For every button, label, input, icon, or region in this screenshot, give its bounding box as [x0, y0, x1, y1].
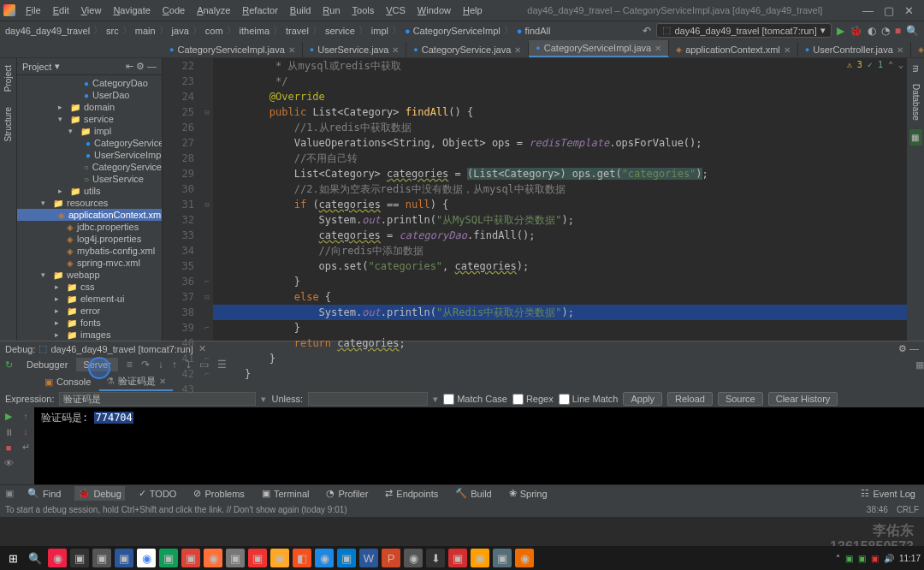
tree-item[interactable]: ▸📁images: [17, 329, 162, 341]
app-icon[interactable]: ▣: [115, 549, 133, 567]
menu-navigate[interactable]: Navigate: [108, 3, 155, 18]
editor-tab[interactable]: ●CategoryServiceImpl.java✕: [529, 40, 669, 57]
todo-tool[interactable]: ✓ TODO: [135, 486, 181, 501]
search-icon[interactable]: 🔍: [906, 25, 919, 37]
breadcrumb-item[interactable]: java: [172, 26, 189, 36]
tree-item[interactable]: ▾📁resources: [17, 197, 162, 209]
layout-icon[interactable]: ▦: [915, 359, 924, 371]
tree-item[interactable]: ◈applicationContext.xml: [17, 209, 162, 221]
editor-tab[interactable]: ●UserController.java✕: [798, 42, 911, 57]
debugger-tab[interactable]: Debugger: [20, 358, 74, 371]
fold-column[interactable]: ⊟⊟⌐⊟⌐⌐⌐: [201, 58, 213, 341]
collapse-icon[interactable]: ⇤ ⚙ —: [126, 61, 157, 72]
breadcrumb-item[interactable]: day46_day49_travel: [5, 26, 90, 36]
app-icon[interactable]: ▣: [493, 549, 512, 567]
breadcrumb-item[interactable]: travel: [286, 26, 309, 36]
project-tree[interactable]: ●CategoryDao●UserDao▸📁domain▾📁service▾📁i…: [17, 75, 162, 341]
line-separator[interactable]: CRLF: [897, 505, 919, 514]
tree-item[interactable]: ◈mybatis-config.xml: [17, 245, 162, 257]
database-tool-tab[interactable]: Database: [909, 80, 922, 124]
console-tab[interactable]: ▣Console: [38, 375, 98, 389]
maximize-button[interactable]: ▢: [884, 4, 894, 17]
build-tool[interactable]: 🔨 Build: [452, 486, 495, 501]
find-tool[interactable]: 🔍 Find: [24, 486, 64, 501]
breadcrumb-item[interactable]: impl: [371, 26, 388, 36]
tree-item[interactable]: ▸📁utils: [17, 185, 162, 197]
minimize-button[interactable]: —: [862, 4, 874, 17]
tree-item[interactable]: ○CategoryService: [17, 161, 162, 173]
breadcrumb-item[interactable]: src: [106, 26, 119, 36]
server-tab[interactable]: Server: [76, 358, 117, 371]
editor-tab[interactable]: ●CategoryService.java✕: [406, 42, 529, 57]
endpoints-tool[interactable]: ⇄ Endpoints: [382, 486, 441, 501]
editor-tab[interactable]: ◈header.html✕: [911, 42, 924, 57]
resume-icon[interactable]: ▶: [5, 411, 12, 422]
menu-build[interactable]: Build: [285, 3, 316, 18]
app-icon[interactable]: ▣: [70, 549, 89, 567]
profile-icon[interactable]: ◔: [881, 25, 890, 37]
app-icon[interactable]: ▣: [181, 549, 200, 567]
tree-item[interactable]: ▾📁impl: [17, 125, 162, 137]
code-editor[interactable]: 2223242526272829303132333435363738394041…: [163, 58, 907, 341]
tree-item[interactable]: ▸📁fonts: [17, 317, 162, 329]
firefox-icon[interactable]: ◉: [204, 549, 222, 567]
tree-item[interactable]: ▸📁domain: [17, 101, 162, 113]
breadcrumb-item[interactable]: com: [205, 26, 223, 36]
editor-inspection-status[interactable]: ⚠ 3 ✓ 1 ⌃ ⌄: [847, 60, 903, 69]
app-icon[interactable]: ▣: [248, 549, 267, 567]
app-icon[interactable]: ▣: [92, 549, 111, 567]
ide-taskbar-icon[interactable]: ◧: [293, 549, 311, 567]
app-icon[interactable]: ▣: [270, 549, 289, 567]
chrome-icon[interactable]: ◉: [137, 549, 156, 567]
project-header[interactable]: Project ▾ ⇤ ⚙ —: [17, 58, 162, 75]
tree-item[interactable]: ▸📁error: [17, 305, 162, 317]
tree-item[interactable]: ▸📁css: [17, 281, 162, 293]
terminal-tool[interactable]: ▣ Terminal: [258, 486, 313, 501]
breadcrumb[interactable]: day46_day49_travel〉src〉main〉java〉com〉ith…: [5, 24, 550, 37]
eventlog-tool[interactable]: ☷ Event Log: [857, 486, 919, 501]
stop-button[interactable]: ■: [895, 25, 901, 37]
app-icon[interactable]: ▣: [226, 549, 245, 567]
tray-expand-icon[interactable]: ˄: [836, 554, 840, 563]
down-icon[interactable]: ↓: [23, 426, 28, 436]
tree-item[interactable]: ▸📁element-ui: [17, 293, 162, 305]
tree-item[interactable]: ◈spring-mvc.xml: [17, 257, 162, 269]
app-icon[interactable]: ▣: [471, 549, 489, 567]
up-icon[interactable]: ↑: [23, 411, 28, 421]
pause-icon[interactable]: ⏸: [4, 427, 14, 437]
tree-item[interactable]: ◈log4j.properties: [17, 233, 162, 245]
menu-help[interactable]: Help: [458, 3, 488, 18]
problems-tool[interactable]: ⊘ Problems: [190, 486, 247, 501]
app-icon[interactable]: ⬇: [426, 549, 445, 567]
toolbox-tab[interactable]: ▦: [909, 129, 922, 145]
word-icon[interactable]: W: [359, 549, 378, 567]
tree-item[interactable]: ○UserService: [17, 173, 162, 185]
run-config-selector[interactable]: ⬚ day46_day49_travel [tomcat7:run] ▾: [656, 23, 831, 38]
menu-run[interactable]: Run: [317, 3, 345, 18]
wrap-icon[interactable]: ↵: [22, 442, 30, 453]
maven-tab[interactable]: m: [909, 62, 922, 75]
caret-position[interactable]: 38:46: [867, 505, 888, 514]
profiler-tool[interactable]: ◔ Profiler: [323, 486, 371, 501]
vscode-icon[interactable]: ▣: [337, 549, 356, 567]
menu-edit[interactable]: Edit: [48, 3, 74, 18]
project-tool-tab[interactable]: Project: [2, 62, 15, 95]
breadcrumb-item[interactable]: ● CategoryServiceImpl: [405, 26, 500, 36]
menu-code[interactable]: Code: [157, 3, 190, 18]
tree-item[interactable]: ●CategoryDao: [17, 77, 162, 89]
app-icon[interactable]: ◉: [515, 549, 534, 567]
debug-button[interactable]: 🐞: [850, 25, 862, 37]
view-bp-icon[interactable]: 👁: [4, 458, 14, 468]
breadcrumb-item[interactable]: main: [135, 26, 156, 36]
menu-vcs[interactable]: VCS: [381, 3, 411, 18]
system-tray[interactable]: ˄ ▣▣▣ 🔊 11:17: [836, 554, 921, 563]
tree-item[interactable]: ▾📁webapp: [17, 269, 162, 281]
breadcrumb-item[interactable]: itheima: [240, 26, 270, 36]
console-text[interactable]: 验证码是: 774704: [34, 407, 924, 484]
clock[interactable]: 11:17: [899, 554, 921, 563]
editor-tab[interactable]: ◈applicationContext.xml✕: [669, 42, 798, 57]
app-icon[interactable]: ▣: [448, 549, 467, 567]
ppt-icon[interactable]: P: [382, 549, 400, 567]
app-icon[interactable]: ◉: [404, 549, 423, 567]
close-button[interactable]: ✕: [904, 4, 914, 17]
